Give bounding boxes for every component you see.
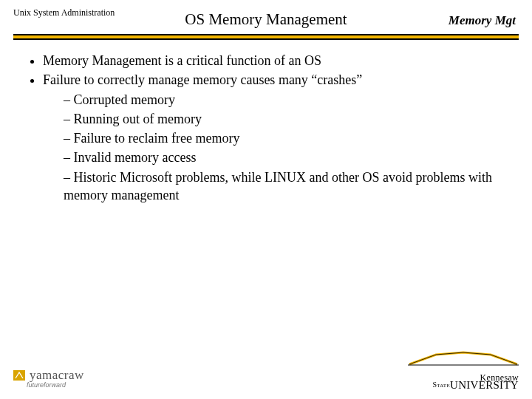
slide-body: Memory Management is a critical function… [27,52,505,205]
kennesaw-logo: Kennesaw StateUNIVERSITY [408,351,519,392]
bullet-item: Failure to correctly manage memory cause… [43,71,505,204]
yamacraw-logo: yamacraw futureforward [13,368,84,389]
yamacraw-icon [13,370,25,381]
sub-bullet-item: Corrupted memory [64,91,505,109]
bullet-item: Memory Management is a critical function… [43,52,505,69]
kennesaw-text: Kennesaw [480,372,519,383]
sub-bullet-item: Historic Microsoft problems, while LINUX… [64,168,505,205]
sub-bullet-item: Running out of memory [64,110,505,128]
divider-rule [13,34,519,40]
bullet-text: Failure to correctly manage memory cause… [43,72,362,87]
yamacraw-text: yamacraw [30,368,84,382]
slide-header: Unix System Administration OS Memory Man… [0,0,532,40]
sub-bullet-item: Failure to reclaim free memory [64,129,505,147]
slide-title: OS Memory Management [185,10,347,29]
sub-bullet-item: Invalid memory access [64,149,505,166]
bullet-list: Memory Management is a critical function… [27,52,505,204]
topic-label: Memory Mgt [449,13,516,28]
slide-footer: yamacraw futureforward Kennesaw StateUNI… [0,356,532,399]
course-label: Unix System Administration [13,7,115,18]
sub-bullet-list: Corrupted memory Running out of memory F… [43,91,505,205]
kennesaw-arch-icon [408,351,519,366]
kennesaw-state-text: State [432,381,450,389]
